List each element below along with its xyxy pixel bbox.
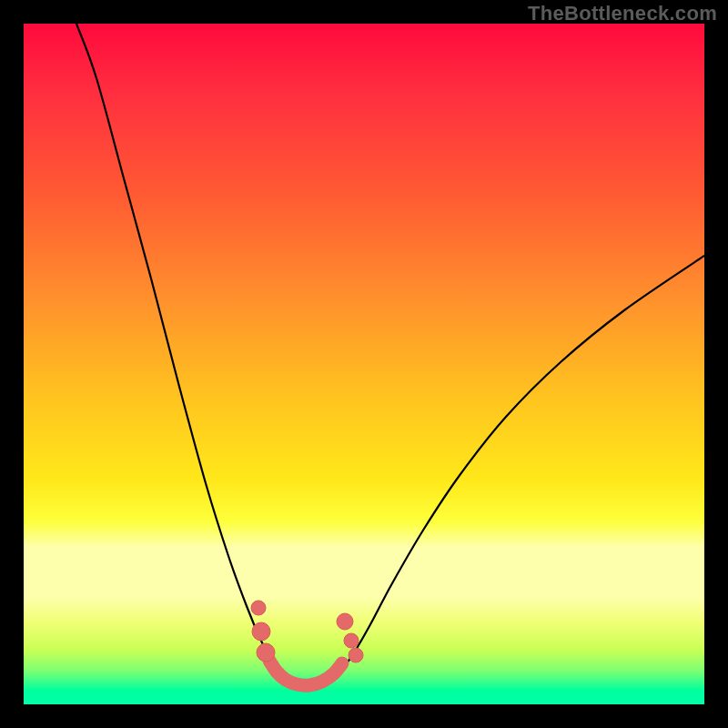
chart-frame: TheBottleneck.com bbox=[0, 0, 728, 728]
data-marker bbox=[344, 633, 359, 648]
curve-layer bbox=[24, 24, 704, 704]
data-marker bbox=[257, 643, 275, 662]
data-marker bbox=[349, 648, 363, 662]
data-marker bbox=[252, 622, 270, 641]
trough-highlight bbox=[269, 661, 342, 685]
marker-group bbox=[251, 601, 363, 662]
plot-area bbox=[24, 24, 704, 704]
data-marker bbox=[337, 613, 353, 630]
data-marker bbox=[251, 601, 266, 615]
cost-curve bbox=[76, 24, 704, 686]
watermark-text: TheBottleneck.com bbox=[528, 2, 717, 25]
